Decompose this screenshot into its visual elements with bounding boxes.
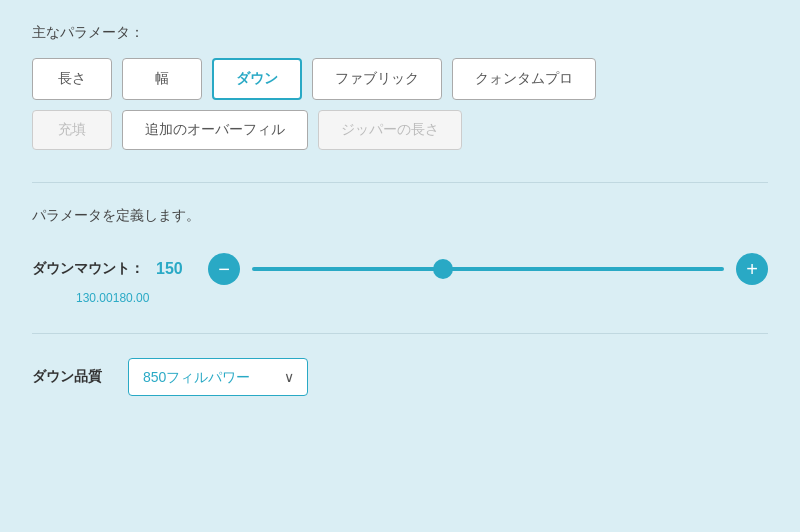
- params-row-1: 長さ幅ダウンファブリッククォンタムプロ: [32, 58, 768, 100]
- param-btn-width[interactable]: 幅: [122, 58, 202, 100]
- divider: [32, 182, 768, 183]
- down-mount-label: ダウンマウント：: [32, 260, 144, 278]
- param-btn-zipper: ジッパーの長さ: [318, 110, 462, 150]
- param-btn-length[interactable]: 長さ: [32, 58, 112, 100]
- down-mount-value: 150: [156, 260, 196, 278]
- down-quality-row: ダウン品質 650フィルパワー750フィルパワー850フィルパワー950フィルパ…: [32, 358, 768, 396]
- params-grid: 長さ幅ダウンファブリッククォンタムプロ 充填追加のオーバーフィルジッパーの長さ: [32, 58, 768, 150]
- param-btn-overfill[interactable]: 追加のオーバーフィル: [122, 110, 308, 150]
- param-btn-fill: 充填: [32, 110, 112, 150]
- param-btn-quantumpro[interactable]: クォンタムプロ: [452, 58, 596, 100]
- down-mount-section: ダウンマウント： 150 − + 130.00180.00: [32, 253, 768, 305]
- down-mount-slider[interactable]: [252, 267, 724, 271]
- down-mount-row: ダウンマウント： 150 − +: [32, 253, 768, 285]
- slider-container: [252, 267, 724, 271]
- section-label: 主なパラメータ：: [32, 24, 768, 42]
- param-btn-fabric[interactable]: ファブリック: [312, 58, 442, 100]
- param-btn-down[interactable]: ダウン: [212, 58, 302, 100]
- params-row-2: 充填追加のオーバーフィルジッパーの長さ: [32, 110, 768, 150]
- define-label: パラメータを定義します。: [32, 207, 768, 225]
- down-quality-select[interactable]: 650フィルパワー750フィルパワー850フィルパワー950フィルパワー: [128, 358, 308, 396]
- down-quality-label: ダウン品質: [32, 368, 112, 386]
- down-quality-select-wrapper: 650フィルパワー750フィルパワー850フィルパワー950フィルパワー: [128, 358, 308, 396]
- down-mount-plus-button[interactable]: +: [736, 253, 768, 285]
- slider-range-label: 130.00180.00: [76, 291, 768, 305]
- divider-2: [32, 333, 768, 334]
- down-mount-minus-button[interactable]: −: [208, 253, 240, 285]
